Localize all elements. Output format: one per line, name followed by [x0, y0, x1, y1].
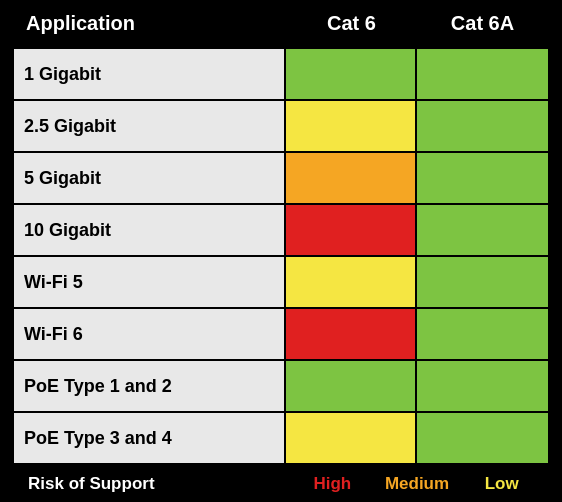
app-cell: Wi-Fi 6	[14, 309, 286, 359]
cat6a-cell	[417, 101, 548, 151]
table-footer: Risk of Support High Medium Low	[14, 463, 548, 502]
cat6-cell	[286, 49, 417, 99]
cat6-cell	[286, 205, 417, 255]
cat6a-cell	[417, 153, 548, 203]
cat6-cell	[286, 101, 417, 151]
cat6-cell	[286, 361, 417, 411]
table-row: 2.5 Gigabit	[14, 99, 548, 151]
app-cell: Wi-Fi 5	[14, 257, 286, 307]
table-row: PoE Type 3 and 4	[14, 411, 548, 463]
cat6-cell	[286, 413, 417, 463]
table-row: PoE Type 1 and 2	[14, 359, 548, 411]
table-row: 10 Gigabit	[14, 203, 548, 255]
app-cell: 1 Gigabit	[14, 49, 286, 99]
app-cell: PoE Type 1 and 2	[14, 361, 286, 411]
app-cell: PoE Type 3 and 4	[14, 413, 286, 463]
footer-medium: Medium	[375, 474, 460, 494]
cat6-cell	[286, 153, 417, 203]
table-row: Wi-Fi 6	[14, 307, 548, 359]
cat6a-cell	[417, 257, 548, 307]
app-cell: 2.5 Gigabit	[14, 101, 286, 151]
footer-low: Low	[459, 474, 544, 494]
footer-high: High	[290, 474, 375, 494]
table-body: 1 Gigabit2.5 Gigabit5 Gigabit10 GigabitW…	[14, 47, 548, 463]
cat6a-cell	[417, 205, 548, 255]
table-row: 1 Gigabit	[14, 47, 548, 99]
comparison-table: Application Cat 6 Cat 6A 1 Gigabit2.5 Gi…	[11, 0, 551, 502]
cat6a-cell	[417, 413, 548, 463]
header-application: Application	[14, 0, 286, 47]
cat6a-cell	[417, 49, 548, 99]
header-cat6a: Cat 6A	[417, 0, 548, 47]
header-cat6: Cat 6	[286, 0, 417, 47]
cat6-cell	[286, 257, 417, 307]
app-cell: 10 Gigabit	[14, 205, 286, 255]
table-row: 5 Gigabit	[14, 151, 548, 203]
footer-label: Risk of Support	[18, 474, 290, 494]
cat6a-cell	[417, 361, 548, 411]
table-header: Application Cat 6 Cat 6A	[14, 0, 548, 47]
cat6-cell	[286, 309, 417, 359]
table-row: Wi-Fi 5	[14, 255, 548, 307]
app-cell: 5 Gigabit	[14, 153, 286, 203]
cat6a-cell	[417, 309, 548, 359]
